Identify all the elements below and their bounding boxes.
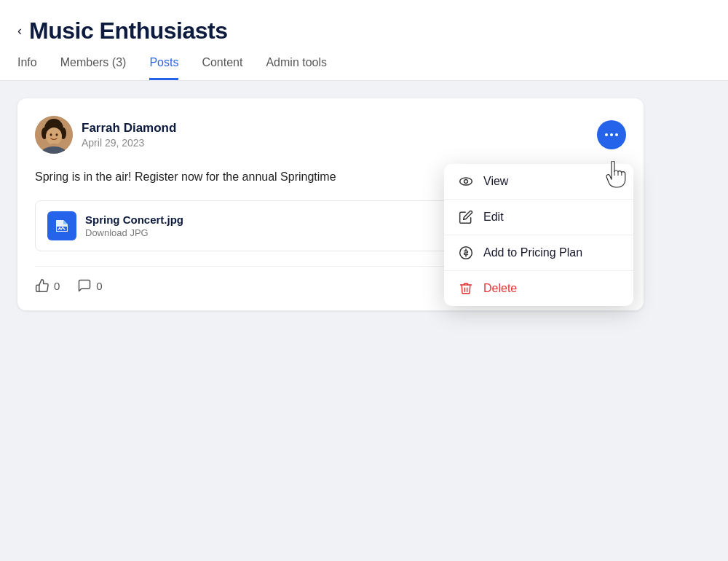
menu-item-view[interactable]: View	[444, 164, 633, 200]
dot2	[610, 133, 613, 136]
image-file-icon	[53, 217, 71, 235]
more-options-button[interactable]	[597, 120, 626, 149]
delete-icon	[459, 281, 473, 296]
file-info: Spring Concert.jpg Download JPG	[85, 213, 183, 238]
comments-reaction[interactable]: 0	[77, 278, 102, 293]
svg-point-13	[59, 227, 60, 229]
pricing-icon	[459, 246, 473, 260]
back-button[interactable]: ‹	[17, 23, 22, 39]
svg-point-9	[460, 178, 472, 185]
menu-item-edit[interactable]: Edit	[444, 200, 633, 235]
tab-info[interactable]: Info	[17, 56, 37, 80]
menu-delete-label: Delete	[483, 282, 517, 295]
file-name: Spring Concert.jpg	[85, 213, 183, 226]
menu-pricing-label: Add to Pricing Plan	[483, 246, 582, 259]
likes-count: 0	[54, 280, 60, 292]
main-content: Farrah Diamond April 29, 2023	[0, 81, 728, 328]
svg-point-4	[46, 128, 62, 145]
dropdown-menu: View Edit	[444, 164, 633, 306]
file-icon	[47, 211, 76, 240]
post-header: Farrah Diamond April 29, 2023	[35, 116, 626, 154]
menu-item-pricing[interactable]: Add to Pricing Plan	[444, 235, 633, 271]
comment-icon	[77, 278, 92, 293]
edit-icon	[459, 210, 473, 224]
tab-admin-tools[interactable]: Admin tools	[266, 56, 327, 80]
menu-item-delete[interactable]: Delete	[444, 271, 633, 306]
page-header: ‹ Music Enthusiasts Info Members (3) Pos…	[0, 0, 728, 81]
svg-point-10	[464, 180, 468, 184]
back-row: ‹ Music Enthusiasts	[17, 17, 711, 44]
tab-posts[interactable]: Posts	[149, 56, 178, 80]
dot3	[615, 133, 618, 136]
page-title: Music Enthusiasts	[29, 17, 227, 44]
file-action[interactable]: Download JPG	[85, 227, 183, 238]
avatar	[35, 116, 73, 154]
author-info: Farrah Diamond April 29, 2023	[82, 121, 176, 149]
tab-members[interactable]: Members (3)	[60, 56, 127, 80]
svg-point-6	[56, 133, 58, 136]
author-name: Farrah Diamond	[82, 121, 176, 136]
menu-edit-label: Edit	[483, 211, 504, 224]
more-btn-container: View Edit	[597, 120, 626, 149]
post-date: April 29, 2023	[82, 137, 176, 149]
post-author: Farrah Diamond April 29, 2023	[35, 116, 176, 154]
likes-reaction[interactable]: 0	[35, 278, 60, 293]
menu-view-label: View	[483, 175, 508, 188]
dot1	[605, 133, 608, 136]
svg-point-5	[50, 133, 52, 136]
post-card: Farrah Diamond April 29, 2023	[17, 98, 644, 310]
comments-count: 0	[96, 280, 102, 292]
thumbs-up-icon	[35, 278, 50, 293]
tab-nav: Info Members (3) Posts Content Admin too…	[17, 56, 711, 80]
view-icon	[459, 174, 473, 189]
tab-content[interactable]: Content	[202, 56, 242, 80]
